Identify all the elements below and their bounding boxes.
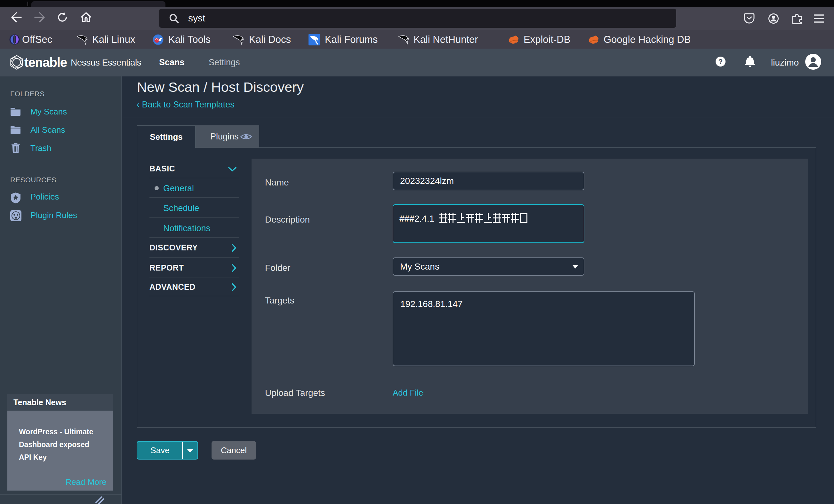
svg-text:?: ? [719,58,723,66]
